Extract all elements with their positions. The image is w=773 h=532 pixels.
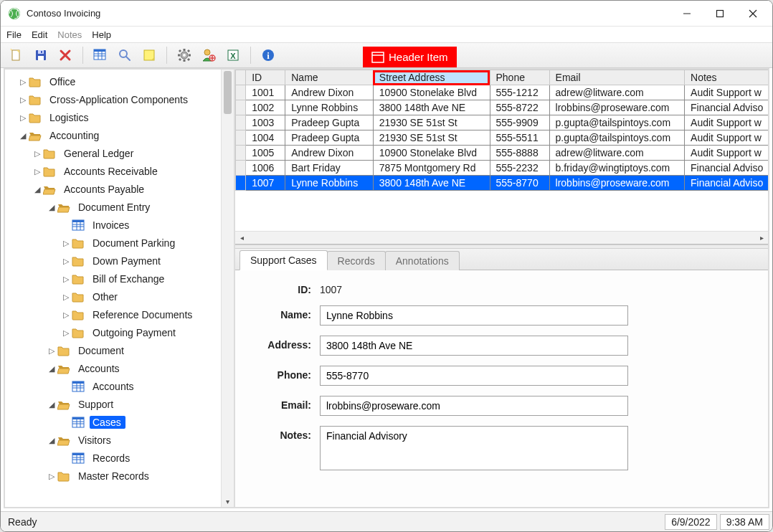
- tree-item-outgoing-payment[interactable]: ▷ Outgoing Payment: [5, 323, 221, 341]
- menu-help[interactable]: Help: [92, 29, 111, 40]
- col-header-id[interactable]: ID: [246, 70, 285, 85]
- note-button[interactable]: [139, 45, 159, 65]
- cell-email[interactable]: lrobbins@proseware.com: [549, 100, 685, 115]
- tree-item-accounts[interactable]: ◢ Accounts: [5, 359, 221, 377]
- cell-name[interactable]: Pradeep Gupta: [285, 115, 374, 130]
- cell-email[interactable]: adrew@litware.com: [549, 85, 685, 100]
- maximize-button[interactable]: [703, 2, 736, 25]
- col-header-street-address[interactable]: Street Address: [373, 70, 490, 85]
- cell-name[interactable]: Lynne Robbins: [285, 100, 374, 115]
- menu-edit[interactable]: Edit: [32, 29, 47, 40]
- table-row[interactable]: 1001Andrew Dixon10900 Stonelake Blvd555-…: [236, 85, 769, 100]
- col-header-name[interactable]: Name: [285, 70, 374, 85]
- row-header[interactable]: [236, 85, 246, 100]
- tree-view[interactable]: ▷ Office ▷ Cross-Application Components …: [5, 70, 221, 507]
- cell-phone[interactable]: 555-8888: [490, 146, 549, 161]
- table-row[interactable]: 1006Bart Friday7875 Montgomery Rd555-223…: [236, 161, 769, 176]
- row-header[interactable]: [236, 161, 246, 176]
- cell-id[interactable]: 1004: [246, 130, 285, 146]
- scroll-right-icon[interactable]: ▸: [755, 232, 768, 244]
- search-button[interactable]: [115, 45, 135, 65]
- cell-addr[interactable]: 3800 148th Ave NE: [373, 100, 490, 115]
- row-header-corner[interactable]: [236, 70, 246, 85]
- input-name[interactable]: [320, 305, 628, 326]
- input-notes[interactable]: Financial Advisory: [320, 426, 628, 470]
- tree-item-master-records[interactable]: ▷ Master Records: [5, 467, 221, 485]
- col-header-phone[interactable]: Phone: [490, 70, 549, 85]
- scroll-left-icon[interactable]: ◂: [235, 232, 248, 244]
- cell-phone[interactable]: 555-8722: [490, 100, 549, 115]
- scrollbar-thumb[interactable]: [224, 71, 232, 114]
- tree-item-cases[interactable]: Cases: [5, 413, 221, 431]
- input-address[interactable]: [320, 336, 628, 356]
- settings-button[interactable]: [174, 45, 194, 65]
- input-email[interactable]: [320, 396, 628, 416]
- tree-item-cross-app[interactable]: ▷ Cross-Application Components: [5, 90, 221, 108]
- cell-email[interactable]: lrobbins@proseware.com: [549, 176, 685, 191]
- tab-annotations[interactable]: Annotations: [385, 251, 460, 270]
- table-row[interactable]: 1002Lynne Robbins3800 148th Ave NE555-87…: [236, 100, 769, 115]
- cell-email[interactable]: b.friday@wingtiptoys.com: [549, 161, 685, 176]
- input-phone[interactable]: [320, 366, 628, 386]
- menu-file[interactable]: File: [6, 29, 22, 40]
- grid-h-scrollbar[interactable]: ◂ ▸: [235, 231, 768, 244]
- cell-name[interactable]: Lynne Robbins: [285, 176, 374, 191]
- tree-item-support[interactable]: ◢ Support: [5, 395, 221, 413]
- col-header-notes[interactable]: Notes: [685, 70, 768, 85]
- cell-phone[interactable]: 555-8770: [490, 176, 549, 191]
- menu-notes[interactable]: Notes: [57, 29, 82, 40]
- table-row[interactable]: 1003Pradeep Gupta21930 SE 51st St555-990…: [236, 115, 769, 130]
- cell-addr[interactable]: 21930 SE 51st St: [373, 115, 490, 130]
- cell-addr[interactable]: 10900 Stonelake Blvd: [373, 146, 490, 161]
- cell-name[interactable]: Bart Friday: [285, 161, 374, 176]
- cell-notes[interactable]: Audit Support w: [685, 115, 768, 130]
- tree-item-office[interactable]: ▷ Office: [5, 72, 221, 90]
- row-header[interactable]: [236, 130, 246, 146]
- minimize-button[interactable]: [670, 2, 703, 25]
- cell-addr[interactable]: 3800 148th Ave NE: [373, 176, 490, 191]
- row-header[interactable]: [236, 146, 246, 161]
- cell-id[interactable]: 1002: [246, 100, 285, 115]
- tree-item-document[interactable]: ▷ Document: [5, 341, 221, 359]
- tab-support-cases[interactable]: Support Cases: [240, 250, 328, 270]
- cell-name[interactable]: Andrew Dixon: [285, 146, 374, 161]
- cell-addr[interactable]: 10900 Stonelake Blvd: [373, 85, 490, 100]
- row-header[interactable]: [236, 115, 246, 130]
- row-header[interactable]: [236, 176, 246, 191]
- save-button[interactable]: [31, 45, 51, 65]
- cell-addr[interactable]: 21930 SE 51st St: [373, 130, 490, 146]
- tree-item-general-ledger[interactable]: ▷ General Ledger: [5, 144, 221, 162]
- tree-item-document-parking[interactable]: ▷ Document Parking: [5, 234, 221, 252]
- col-header-email[interactable]: Email: [549, 70, 685, 85]
- tree-item-accounts-leaf[interactable]: Accounts: [5, 377, 221, 395]
- cell-email[interactable]: p.gupta@tailspintoys.com: [549, 130, 685, 146]
- tree-item-visitors[interactable]: ◢ Visitors: [5, 431, 221, 449]
- cell-addr[interactable]: 7875 Montgomery Rd: [373, 161, 490, 176]
- cell-id[interactable]: 1003: [246, 115, 285, 130]
- cell-id[interactable]: 1001: [246, 85, 285, 100]
- table-row[interactable]: 1007Lynne Robbins3800 148th Ave NE555-87…: [236, 176, 769, 191]
- tree-item-records[interactable]: Records: [5, 449, 221, 467]
- tree-item-bill-of-exchange[interactable]: ▷ Bill of Exchange: [5, 270, 221, 288]
- cell-name[interactable]: Pradeep Gupta: [285, 130, 374, 146]
- cell-phone[interactable]: 555-5511: [490, 130, 549, 146]
- close-button[interactable]: [736, 2, 769, 25]
- cell-id[interactable]: 1007: [246, 176, 285, 191]
- row-header[interactable]: [236, 100, 246, 115]
- tree-item-accounts-payable[interactable]: ◢ Accounts Payable: [5, 180, 221, 198]
- data-grid[interactable]: ID Name Street Address Phone Email Notes…: [235, 70, 768, 231]
- table-row[interactable]: 1005Andrew Dixon10900 Stonelake Blvd555-…: [236, 146, 769, 161]
- export-excel-button[interactable]: X: [223, 45, 243, 65]
- tab-records[interactable]: Records: [327, 251, 386, 270]
- cell-notes[interactable]: Audit Support w: [685, 85, 768, 100]
- cell-phone[interactable]: 555-9909: [490, 115, 549, 130]
- tree-item-down-payment[interactable]: ▷ Down Payment: [5, 252, 221, 270]
- tree-item-reference-documents[interactable]: ▷ Reference Documents: [5, 305, 221, 323]
- cell-notes[interactable]: Financial Adviso: [685, 176, 768, 191]
- cell-id[interactable]: 1006: [246, 161, 285, 176]
- tree-item-accounting[interactable]: ◢ Accounting: [5, 126, 221, 144]
- new-button[interactable]: [6, 45, 27, 65]
- grid-button[interactable]: [90, 45, 110, 65]
- cell-notes[interactable]: Audit Support w: [685, 146, 768, 161]
- cell-email[interactable]: adrew@litware.com: [549, 146, 685, 161]
